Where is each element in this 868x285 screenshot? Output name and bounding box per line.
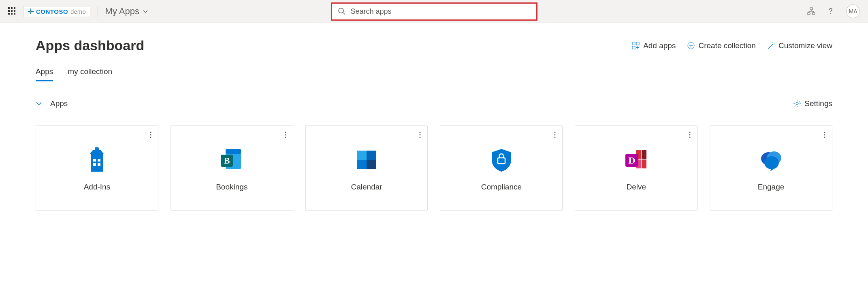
svg-point-14 [150, 132, 151, 133]
svg-point-13 [796, 102, 798, 105]
more-icon[interactable] [419, 132, 421, 138]
app-card-delve[interactable]: D Delve [575, 125, 697, 211]
svg-point-38 [554, 137, 556, 138]
svg-point-24 [285, 137, 286, 138]
app-label: Calendar [351, 183, 382, 191]
section-title: Apps [50, 99, 68, 108]
svg-point-49 [824, 132, 825, 133]
page-title: Apps dashboard [36, 38, 144, 53]
add-apps-button[interactable]: Add apps [632, 41, 676, 50]
tab-apps[interactable]: Apps [36, 67, 53, 81]
delve-app-icon: D [621, 145, 652, 175]
app-label: Engage [758, 183, 785, 191]
svg-rect-21 [98, 163, 100, 166]
search-box[interactable] [331, 2, 537, 21]
calendar-app-icon [351, 145, 382, 175]
svg-point-22 [285, 132, 286, 133]
svg-rect-19 [98, 159, 100, 162]
svg-point-51 [824, 137, 825, 138]
app-label: Bookings [216, 183, 247, 191]
compliance-app-icon [486, 145, 517, 175]
search-icon [338, 7, 346, 15]
customize-view-icon [767, 42, 775, 50]
svg-point-37 [554, 134, 556, 136]
svg-rect-44 [642, 150, 646, 159]
dashboard-header: Apps dashboard Add apps Create collectio… [36, 38, 832, 53]
app-switcher[interactable]: My Apps [105, 6, 148, 17]
svg-rect-7 [636, 42, 639, 45]
customize-view-button[interactable]: Customize view [767, 41, 832, 50]
svg-rect-2 [810, 8, 813, 10]
logo-suffix-text: demo [70, 8, 86, 15]
svg-point-29 [420, 132, 421, 133]
chevron-down-icon [143, 9, 148, 14]
app-card-engage[interactable]: Engage [710, 125, 832, 211]
more-icon[interactable] [824, 132, 825, 138]
org-logo-icon [28, 9, 34, 14]
top-bar: CONTOSO demo My Apps MA [0, 0, 868, 23]
svg-rect-8 [632, 46, 635, 49]
engage-app-icon [756, 145, 787, 175]
app-grid: Add-Ins B Bookings Calendar Compliance [36, 125, 832, 211]
settings-button[interactable]: Settings [793, 99, 832, 108]
app-card-bookings[interactable]: B Bookings [171, 125, 293, 211]
svg-line-1 [343, 13, 345, 15]
app-card-addins[interactable]: Add-Ins [36, 125, 158, 211]
svg-rect-33 [357, 151, 367, 160]
svg-point-23 [285, 134, 286, 136]
svg-point-12 [774, 45, 775, 45]
tab-my-collection[interactable]: my collection [68, 67, 112, 81]
svg-rect-17 [95, 147, 99, 151]
help-icon[interactable] [827, 7, 835, 15]
svg-rect-4 [813, 13, 815, 15]
app-launcher-icon[interactable] [8, 7, 16, 15]
svg-point-5 [830, 13, 831, 14]
bookings-app-icon: B [216, 145, 247, 175]
svg-point-40 [689, 132, 691, 133]
svg-point-50 [824, 134, 825, 136]
svg-text:B: B [224, 155, 230, 166]
more-icon[interactable] [285, 132, 286, 138]
app-card-calendar[interactable]: Calendar [305, 125, 428, 211]
app-switcher-label: My Apps [105, 6, 139, 17]
customize-view-label: Customize view [778, 41, 832, 50]
svg-point-54 [764, 156, 779, 169]
svg-point-11 [774, 43, 774, 44]
more-icon[interactable] [150, 132, 151, 138]
svg-rect-18 [93, 159, 96, 162]
search-input[interactable] [351, 7, 531, 16]
section-collapse-icon[interactable] [36, 100, 42, 107]
dashboard-actions: Add apps Create collection Customize vie… [632, 41, 832, 50]
section-header-left: Apps [36, 99, 68, 108]
app-label: Delve [626, 183, 646, 191]
svg-point-36 [554, 132, 556, 133]
tabs: Apps my collection [36, 67, 832, 81]
svg-rect-26 [226, 149, 241, 154]
svg-point-0 [339, 8, 343, 13]
app-card-compliance[interactable]: Compliance [440, 125, 563, 211]
svg-point-10 [772, 42, 773, 43]
org-logo[interactable]: CONTOSO demo [23, 6, 90, 17]
svg-point-30 [420, 134, 421, 136]
add-apps-icon [632, 42, 640, 50]
addins-app-icon [81, 145, 112, 175]
more-icon[interactable] [554, 132, 556, 138]
divider [98, 6, 98, 17]
topbar-right: MA [807, 4, 860, 18]
add-apps-label: Add apps [643, 41, 676, 50]
svg-rect-20 [93, 163, 96, 166]
more-icon[interactable] [689, 132, 691, 138]
avatar[interactable]: MA [846, 4, 860, 18]
svg-rect-46 [642, 160, 646, 168]
gear-icon [793, 100, 801, 108]
create-collection-icon [687, 42, 695, 50]
main-content: Apps dashboard Add apps Create collectio… [0, 23, 868, 227]
org-hierarchy-icon[interactable] [807, 7, 815, 15]
section-header: Apps Settings [36, 99, 832, 114]
create-collection-label: Create collection [698, 41, 756, 50]
svg-point-41 [689, 134, 691, 136]
app-label: Compliance [481, 183, 522, 191]
svg-point-15 [150, 134, 151, 136]
create-collection-button[interactable]: Create collection [687, 41, 756, 50]
avatar-initials: MA [849, 8, 857, 15]
